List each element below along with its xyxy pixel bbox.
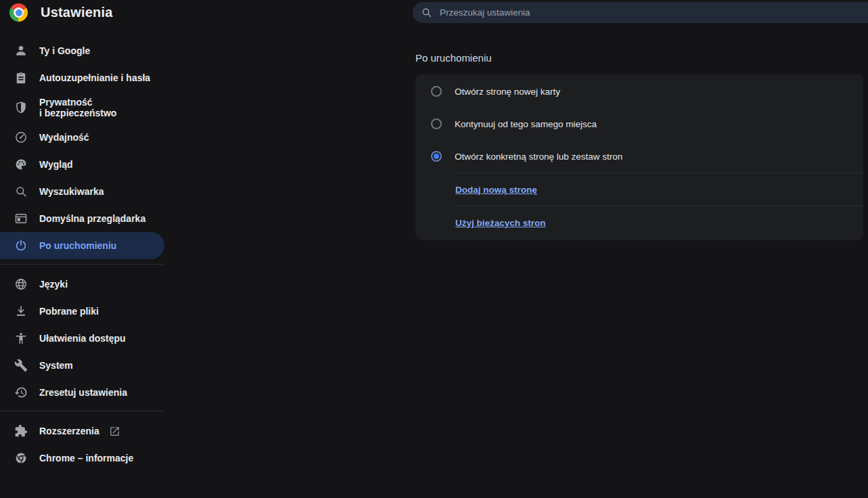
- sidebar-item-label: Po uruchomieniu: [39, 240, 116, 251]
- option-continue-where-left-off[interactable]: Kontynuuj od tego samego miejsca: [415, 108, 863, 140]
- sidebar-item-extensions[interactable]: Rozszerzenia: [0, 417, 164, 445]
- search-icon: [14, 185, 28, 198]
- puzzle-icon: [14, 424, 28, 438]
- radio-button[interactable]: [431, 118, 442, 129]
- settings-search[interactable]: [413, 2, 868, 23]
- shield-icon: [14, 101, 28, 114]
- sidebar-divider: [0, 411, 164, 411]
- sidebar-item-label: Rozszerzenia: [39, 426, 99, 436]
- sidebar-item-label: Chrome – informacje: [39, 453, 133, 463]
- sidebar-item-about-chrome[interactable]: Chrome – informacje: [0, 445, 164, 472]
- header-brand: Ustawienia: [9, 3, 112, 22]
- search-icon: [421, 7, 432, 18]
- open-in-new-icon: [109, 426, 120, 437]
- sidebar-item-label: Wydajność: [39, 132, 89, 143]
- radio-button[interactable]: [431, 151, 442, 162]
- sidebar-item-appearance[interactable]: Wygląd: [0, 151, 164, 178]
- sidebar-item-performance[interactable]: Wydajność: [0, 124, 164, 151]
- wrench-icon: [14, 359, 28, 372]
- person-icon: [14, 44, 28, 58]
- chrome-logo-icon: [9, 3, 28, 22]
- sidebar-item-label: Prywatność i bezpieczeństwo: [39, 97, 116, 118]
- globe-icon: [14, 277, 28, 291]
- power-icon: [14, 239, 28, 252]
- sidebar-item-label: Ułatwienia dostępu: [39, 333, 126, 344]
- sidebar-item-on-startup[interactable]: Po uruchomieniu: [0, 232, 164, 259]
- accessibility-icon: [14, 332, 28, 345]
- sidebar-item-accessibility[interactable]: Ułatwienia dostępu: [0, 325, 164, 352]
- radio-button[interactable]: [431, 86, 442, 97]
- sidebar-item-label: Wyszukiwarka: [39, 186, 104, 197]
- sidebar-item-label: Ty i Google: [39, 45, 90, 56]
- sidebar: Ty i Google Autouzupełnianie i hasła Pry…: [0, 37, 164, 472]
- download-icon: [14, 304, 28, 318]
- palette-icon: [14, 158, 28, 171]
- browser-icon: [14, 212, 28, 225]
- option-label: Kontynuuj od tego samego miejsca: [455, 119, 597, 129]
- sidebar-item-system[interactable]: System: [0, 352, 164, 379]
- option-label: Otwórz konkretną stronę lub zestaw stron: [455, 152, 622, 162]
- sidebar-item-label: Zresetuj ustawienia: [39, 387, 127, 398]
- history-icon: [14, 386, 28, 399]
- sidebar-item-label: System: [39, 360, 73, 371]
- sidebar-item-label: Domyślna przeglądarka: [39, 213, 145, 224]
- sidebar-item-label: Pobrane pliki: [39, 306, 99, 317]
- sidebar-item-you-and-google[interactable]: Ty i Google: [0, 37, 164, 64]
- autofill-icon: [14, 71, 28, 85]
- sidebar-item-languages[interactable]: Języki: [0, 271, 164, 298]
- use-current-pages-link[interactable]: Użyj bieżących stron: [455, 218, 546, 228]
- option-label: Otwórz stronę nowej karty: [455, 87, 560, 97]
- sidebar-item-search-engine[interactable]: Wyszukiwarka: [0, 178, 164, 205]
- sidebar-item-label: Wygląd: [39, 159, 73, 170]
- add-new-page-link[interactable]: Dodaj nową stronę: [455, 185, 537, 195]
- sidebar-item-reset-settings[interactable]: Zresetuj ustawienia: [0, 379, 164, 406]
- option-open-new-tab[interactable]: Otwórz stronę nowej karty: [415, 75, 863, 108]
- chrome-icon: [14, 451, 28, 465]
- sidebar-item-privacy[interactable]: Prywatność i bezpieczeństwo: [0, 91, 164, 124]
- search-input[interactable]: [438, 7, 868, 18]
- sidebar-item-label: Autouzupełnianie i hasła: [39, 72, 150, 83]
- sidebar-item-label: Języki: [39, 279, 68, 290]
- sidebar-item-default-browser[interactable]: Domyślna przeglądarka: [0, 205, 164, 232]
- option-open-specific-pages[interactable]: Otwórz konkretną stronę lub zestaw stron: [415, 140, 863, 173]
- use-current-pages-row[interactable]: Użyj bieżących stron: [415, 206, 863, 239]
- sidebar-item-autofill[interactable]: Autouzupełnianie i hasła: [0, 64, 164, 91]
- page-title: Ustawienia: [41, 5, 112, 20]
- section-heading: Po uruchomieniu: [415, 52, 492, 64]
- startup-options-card: Otwórz stronę nowej karty Kontynuuj od t…: [415, 74, 863, 240]
- sidebar-item-downloads[interactable]: Pobrane pliki: [0, 298, 164, 325]
- speedometer-icon: [14, 131, 28, 144]
- sidebar-divider: [0, 264, 164, 265]
- add-new-page-row[interactable]: Dodaj nową stronę: [415, 173, 863, 206]
